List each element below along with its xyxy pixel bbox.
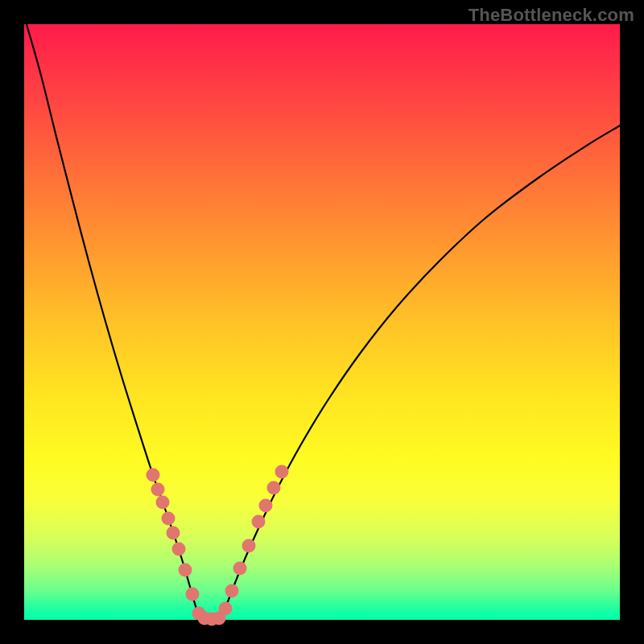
data-marker xyxy=(225,584,239,598)
chart-overlay xyxy=(24,24,620,620)
data-marker xyxy=(151,483,165,497)
data-marker xyxy=(186,588,200,601)
data-marker xyxy=(252,515,266,529)
data-marker xyxy=(162,512,175,526)
data-marker xyxy=(172,543,186,556)
data-marker xyxy=(259,499,273,513)
data-marker xyxy=(219,602,233,616)
data-marker xyxy=(267,481,281,495)
data-marker xyxy=(167,526,180,540)
data-marker xyxy=(275,465,289,479)
data-marker xyxy=(179,564,192,577)
watermark-text: TheBottleneck.com xyxy=(469,5,634,26)
data-marker xyxy=(242,539,256,553)
marker-group xyxy=(147,465,289,626)
curve-right-branch xyxy=(221,126,620,620)
data-marker xyxy=(233,562,247,576)
data-marker xyxy=(156,496,170,510)
data-marker xyxy=(147,469,160,482)
